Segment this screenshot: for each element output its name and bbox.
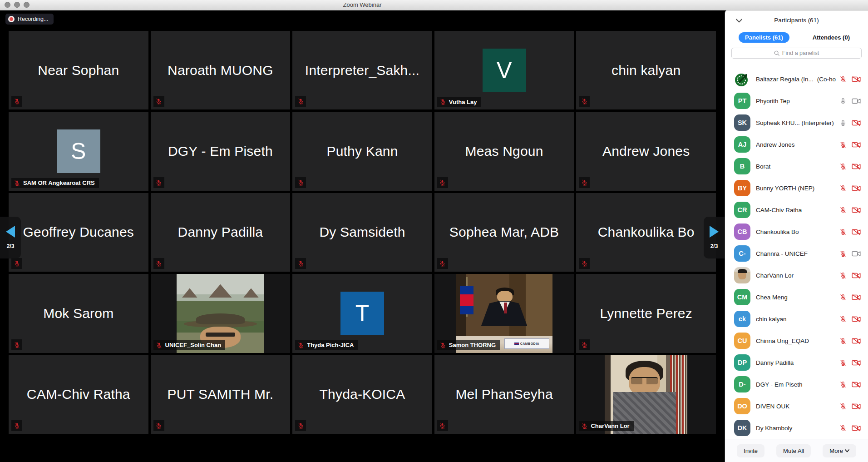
participant-name-text: Baltazar Regala (In...: [756, 76, 814, 83]
participant-row[interactable]: C-Channra - UNICEF: [725, 243, 868, 264]
mic-muted-icon: [439, 260, 446, 267]
video-tile[interactable]: DGY - Em Piseth: [151, 112, 291, 190]
tile-mute-indicator: [437, 177, 448, 188]
participant-name: Bunny YORTH (NEP): [756, 185, 836, 192]
video-tile[interactable]: PUT SAMITH Mr.: [151, 355, 291, 434]
recording-indicator[interactable]: Recording...: [5, 14, 54, 25]
video-tile[interactable]: Danny Padilla: [151, 193, 291, 272]
camera-off-icon: [852, 294, 861, 301]
participant-row[interactable]: BYBunny YORTH (NEP): [725, 177, 868, 199]
participant-row[interactable]: SKSopheak KHU... (Interpreter)EN: [725, 112, 868, 134]
mute-all-button[interactable]: Mute All: [776, 444, 811, 457]
video-tile[interactable]: Naroath MUONG: [151, 31, 291, 109]
mic-muted-icon: [297, 179, 304, 186]
participant-status-icons: [839, 250, 861, 258]
mic-muted-icon: [839, 184, 847, 192]
video-tile[interactable]: Andrew Jones: [576, 112, 716, 190]
participant-name-text: DIVEN OUK: [756, 403, 789, 410]
tile-mute-indicator: [295, 96, 306, 107]
video-tile[interactable]: chin kalyan: [576, 31, 716, 109]
video-tile[interactable]: V Vutha Lay: [434, 31, 574, 109]
video-tile[interactable]: UNICEF_Solin Chan: [151, 274, 291, 353]
tile-name-label: UNICEF_Solin Chan: [153, 340, 226, 350]
video-tile[interactable]: Chankoulika Bo: [576, 193, 716, 272]
participant-row[interactable]: CharVann Lor: [725, 264, 868, 286]
participant-name: Dy Khamboly: [756, 425, 836, 432]
mic-muted-icon: [581, 98, 588, 105]
nameplate-text: CAMBODIA: [520, 342, 540, 345]
participant-row[interactable]: AJAndrew Jones: [725, 134, 868, 155]
chevron-down-icon: [845, 449, 849, 452]
participant-row[interactable]: ckchin kalyan: [725, 308, 868, 330]
avatar: [734, 71, 750, 87]
participant-name-text: chin kalyan: [756, 316, 787, 323]
camera-off-icon: [852, 403, 861, 410]
participant-name-text: Chankoulika Bo: [756, 229, 799, 235]
next-page-button[interactable]: 2/3: [704, 217, 725, 258]
participant-row[interactable]: BBorat: [725, 155, 868, 177]
video-tile[interactable]: Puthy Kann: [292, 112, 432, 190]
participant-row[interactable]: PTPhyorith Tep: [725, 90, 868, 112]
tile-mute-indicator: [153, 96, 164, 107]
tile-name-label: SAM OR Angkearoat CRS: [11, 178, 99, 188]
participant-row[interactable]: Baltazar Regala (In...(Co-host): [725, 68, 868, 90]
participant-row[interactable]: CRCAM-Chiv Ratha: [725, 199, 868, 221]
participant-row[interactable]: D-DGY - Em Piseth: [725, 373, 868, 395]
mic-muted-icon: [14, 341, 20, 348]
page-indicator: 2/3: [7, 243, 15, 249]
video-tile[interactable]: Mok Sarom: [9, 274, 148, 353]
participant-name-text: Andrew Jones: [756, 141, 795, 148]
invite-button[interactable]: Invite: [737, 444, 764, 457]
camera-on-icon: [852, 250, 861, 257]
video-tile[interactable]: Geoffrey Ducanes: [9, 193, 148, 272]
camera-off-icon: [852, 359, 861, 366]
participant-row[interactable]: DKDy Khamboly: [725, 417, 868, 439]
video-tile[interactable]: Meas Ngoun: [434, 112, 574, 190]
video-tile[interactable]: CharVann Lor: [576, 355, 716, 434]
video-tile[interactable]: T Thyda Pich-JICA: [292, 274, 432, 353]
tile-participant-name: CAM-Chiv Ratha: [27, 387, 130, 402]
video-tile[interactable]: Near Sophan: [9, 31, 148, 109]
avatar: CR: [734, 202, 750, 218]
participant-row[interactable]: CMChea Meng: [725, 286, 868, 308]
video-tile[interactable]: Mel PhanSeyha: [434, 355, 574, 434]
participant-row[interactable]: DODIVEN OUK: [725, 395, 868, 417]
letter-avatar: S: [57, 129, 100, 173]
participant-status-icons: [839, 228, 861, 236]
tile-mute-indicator: [579, 96, 590, 107]
video-tile[interactable]: Lynnette Perez: [576, 274, 716, 353]
more-button[interactable]: More: [823, 444, 856, 457]
video-tile[interactable]: Interpreter_Sakh...: [292, 31, 432, 109]
participant-name-text: CharVann Lor: [756, 272, 794, 279]
participant-row[interactable]: DPDanny Padilla: [725, 352, 868, 373]
video-tile[interactable]: Sophea Mar, ADB: [434, 193, 574, 272]
collapse-panel-button[interactable]: [736, 16, 742, 25]
participant-status-icons: [839, 424, 861, 432]
tab-panelists[interactable]: Panelists (61): [739, 32, 789, 43]
photo-glasses: [206, 333, 235, 337]
video-tile[interactable]: S SAM OR Angkearoat CRS: [9, 112, 148, 190]
tab-attendees[interactable]: Attendees (0): [811, 32, 852, 43]
participant-name: Chankoulika Bo: [756, 229, 836, 235]
video-tile[interactable]: Thyda-KOICA: [292, 355, 432, 434]
cambodia-flag: [460, 286, 473, 314]
participant-row[interactable]: CUChinna Ung_EQAD: [725, 330, 868, 352]
search-input[interactable]: Find a panelist: [731, 48, 862, 59]
participant-name-text: Sopheak KHU... (Interpreter): [756, 119, 834, 126]
video-tile[interactable]: CAMBODIA Samon THORNG: [434, 274, 574, 353]
page-indicator: 2/3: [710, 243, 718, 249]
mic-muted-icon: [839, 228, 847, 236]
participant-name: Danny Padilla: [756, 359, 836, 366]
video-tile[interactable]: CAM-Chiv Ratha: [9, 355, 148, 434]
tile-participant-name: DGY - Em Piseth: [168, 144, 273, 159]
participant-row[interactable]: CBChankoulika Bo: [725, 221, 868, 243]
previous-page-button[interactable]: 2/3: [0, 217, 21, 258]
mic-muted-icon: [297, 260, 304, 267]
video-tile[interactable]: Dy Samsideth: [292, 193, 432, 272]
mic-muted-icon: [839, 250, 847, 258]
video-area: Recording... Near Sophan Naroath MUONG I…: [0, 10, 725, 462]
tile-mute-indicator: [295, 258, 306, 269]
avatar: DP: [734, 354, 750, 371]
participant-name: Andrew Jones: [756, 141, 836, 148]
tile-name-label: CharVann Lor: [579, 421, 633, 431]
